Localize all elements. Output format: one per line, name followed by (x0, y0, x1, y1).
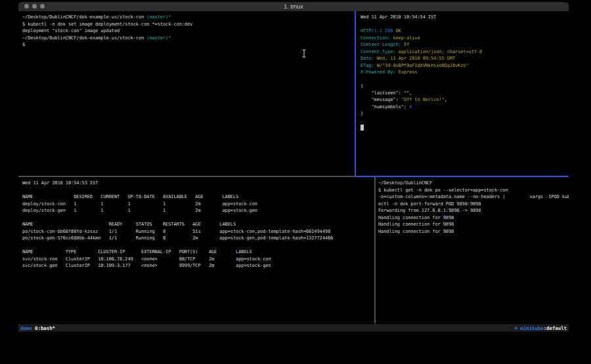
terminal-line: ~/Desktop/DublinCNCF/dok-example-us/stoc… (22, 14, 355, 21)
terminal-line: "lastseen": "", (361, 90, 569, 97)
terminal-line: ~/Desktop/DublinCNCF (378, 180, 569, 187)
terminal-line: NAME TYPE CLUSTER-IP EXTERNAL-IP PORT(S)… (22, 249, 374, 256)
terminal-line: $ kubectl get -n dok po --selector=app=s… (378, 187, 569, 194)
terminal-line: Handling connection for 9898 (378, 221, 569, 228)
window-titlebar: 1. tmux (18, 2, 569, 11)
terminal-line (22, 214, 374, 222)
terminal-line: "numsymbols": 4 (361, 104, 569, 111)
terminal-line: NAME DESIRED CURRENT UP-TO-DATE AVAILABL… (22, 193, 374, 201)
terminal-line: deploy/stock-gen 1 1 1 1 2m app=stock-ge… (22, 207, 374, 214)
terminal-line: deployment "stock-con" image updated (22, 28, 355, 35)
terminal-line: ~/Desktop/DublinCNCF/dok-example-us/stoc… (22, 35, 355, 42)
terminal-line: ectl -n dok port-forward POD 9898:9898 (378, 201, 569, 208)
terminal-line: po/stock-gen-576cc688bb-44kmn 1/1 Runnin… (22, 235, 374, 242)
minimize-button[interactable] (32, 4, 37, 9)
terminal-pane-top-left[interactable]: ~/Desktop/DublinCNCF/dok-example-us/stoc… (18, 11, 355, 176)
terminal-line: Content-Type: application/json; charset=… (361, 49, 569, 56)
terminal-line: "message": "Off to Berlin!", (361, 96, 569, 104)
terminal-line: $ kubectl -n dok set image deployment/st… (22, 21, 355, 28)
kube-namespace: :default (544, 325, 567, 331)
close-button[interactable] (24, 4, 29, 9)
kubernetes-helm-icon: ☸ (515, 325, 521, 331)
terminal-line: Wed 11 Apr 2018 10:54:53 IST (22, 180, 374, 187)
terminal-line: NAME READY STATUS RESTARTS AGE LABELS (22, 221, 374, 228)
terminal-line (361, 76, 569, 83)
terminal-line: Date: Wed, 11 Apr 2018 09:54:55 GMT (361, 55, 569, 62)
terminal-line: Forwarding from 127.0.0.1:9898 -> 9898 (378, 207, 569, 214)
terminal-line: $ (22, 41, 355, 49)
terminal-line: ETag: W/"39-0xBPf9aF1dXVNkhsxoBQgJ8vKzo" (361, 62, 569, 70)
terminal-line: po/stock-con-bb68f88fd-kzsxz 1/1 Running… (22, 228, 374, 235)
terminal-line (22, 242, 374, 249)
terminal-line: svc/stock-gen ClusterIP 10.109.3.177 <no… (22, 262, 374, 270)
session-name: demo (20, 325, 32, 331)
terminal-line: HTTP/1.1 200 OK (361, 28, 569, 35)
mouse-ibeam-cursor (301, 49, 307, 58)
terminal-line (361, 124, 569, 131)
terminal-line: svc/stock-con ClusterIP 10.106.78.249 <n… (22, 256, 374, 263)
terminal-line: deploy/stock-con 1 1 1 1 2m app=stock-co… (22, 201, 374, 208)
window-title: 1. tmux (284, 3, 303, 10)
terminal-window: 1. tmux ~/Desktop/DublinCNCF/dok-example… (18, 2, 569, 334)
terminal-pane-bottom-right[interactable]: ~/Desktop/DublinCNCF$ kubectl get -n dok… (376, 177, 569, 324)
terminal-line: Connection: keep-alive (361, 35, 569, 42)
terminal-line (22, 187, 374, 194)
terminal-line: } (361, 110, 569, 117)
terminal-line: { (361, 83, 569, 90)
terminal-line (361, 21, 569, 28)
status-bar-left: demo 0:bash* (20, 325, 55, 331)
terminal-pane-top-right-active[interactable]: Wed 11 Apr 2018 10:54:54 IST HTTP/1.1 20… (357, 11, 569, 176)
terminal-line: Wed 11 Apr 2018 10:54:54 IST (361, 14, 569, 21)
tmux-status-bar: demo 0:bash* ☸ minikube :default (18, 324, 569, 332)
active-pane-border-vertical[interactable] (355, 11, 356, 176)
zoom-button[interactable] (40, 4, 45, 9)
terminal-line: -o=custom-columns=:metadata.name --no-he… (378, 193, 569, 201)
terminal-line: X-Powered-By: Express (361, 69, 569, 76)
terminal-pane-bottom-left[interactable]: Wed 11 Apr 2018 10:54:53 IST NAME DESIRE… (18, 177, 374, 324)
terminal-line: Handling connection for 9898 (378, 228, 569, 235)
terminal-line: Handling connection for 9898 (378, 214, 569, 222)
traffic-light-buttons (24, 4, 45, 9)
terminal-line (361, 117, 569, 125)
kube-context: minikube (520, 325, 543, 331)
status-bar-right: ☸ minikube :default (515, 325, 567, 331)
terminal-line: Content-Length: 57 (361, 41, 569, 49)
window-tab-bash[interactable]: 0:bash* (32, 325, 55, 331)
